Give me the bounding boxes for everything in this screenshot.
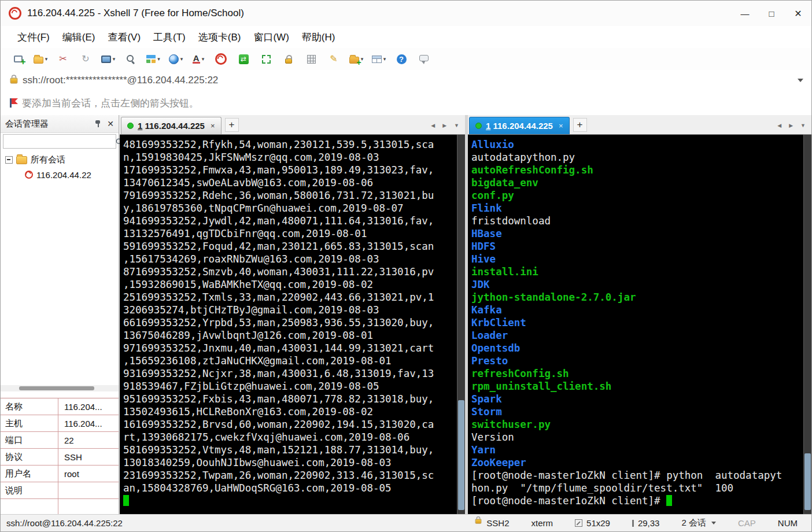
xftp-icon[interactable]: ⇄ [234,50,253,68]
terminal-size-label: 51x29 [586,518,610,528]
help-icon[interactable]: ? [392,50,411,68]
tab-scroll-left-icon[interactable]: ◀ [431,123,435,128]
pin-icon[interactable] [94,120,101,128]
tile-windows-icon[interactable]: ▾ [370,50,388,68]
right-terminal-scrollbar[interactable] [803,135,811,514]
help-icon: ? [397,54,407,64]
session-manager-panel: 会话管理器 ✕ 所有会话 116.204.44.22 [1,115,119,514]
new-layout-icon[interactable]: ▾ [144,50,163,68]
add-tab-button[interactable]: + [225,118,239,132]
address-lock-icon [10,77,18,83]
menu-item-0[interactable]: 文件(F) [11,26,56,48]
left-terminal-tab[interactable]: 1 116.204.44.225 × [121,117,222,134]
fullscreen-icon[interactable] [257,50,275,68]
left-terminal[interactable]: 481699353252,Rfykh,54,woman,230121,539.5… [120,135,457,514]
session-manager-title: 会话管理器 [5,119,49,130]
terminal-line: HDFS [471,240,800,253]
terminal-line: Version [471,431,800,444]
terminal-line: ,15659236108,ztJaNuCHKX@gmail.com,2019-0… [123,354,453,367]
keypad-icon[interactable] [302,50,320,68]
session-search-box[interactable] [3,134,116,149]
dropdown-caret-icon[interactable]: ▾ [202,56,205,62]
new-session-icon[interactable] [9,50,27,68]
keypad-icon [307,55,316,64]
property-value [58,482,119,498]
tree-node-session[interactable]: 116.204.44.22 [1,167,119,182]
new-layout-icon [146,55,156,63]
session-dialog-icon[interactable]: ▾ [99,50,117,68]
terminal-line: Flink [471,202,800,215]
right-terminal-tab[interactable]: 1 116.204.44.225 × [469,117,570,134]
address-bar[interactable]: ssh://root:****************@116.204.44.2… [1,70,811,91]
find-icon[interactable] [121,50,140,68]
xshell-logo-icon[interactable] [212,50,230,68]
right-terminal[interactable]: Alluxioautodatapython.pyautoRefreshConfi… [468,135,803,514]
ssh-lock-icon [475,519,482,523]
new-session-icon [14,56,23,62]
tab-scroll-right-icon[interactable]: ▶ [789,123,793,128]
xshell-logo-icon [215,53,227,65]
dropdown-caret-icon[interactable]: ▾ [180,56,183,62]
tab-number: 1 [486,121,490,131]
status-session-count[interactable]: 2 会话 [681,518,716,529]
terminal-line: autodatapython.py [471,151,800,164]
sidebar-horizontal-scrollbar[interactable] [1,385,119,391]
scrollbar-thumb[interactable] [458,400,464,510]
xftp-icon: ⇄ [239,54,249,64]
terminal-line: n,15919830425,JkFSNwMszr@qq.com,2019-08-… [123,151,453,164]
menu-item-2[interactable]: 查看(V) [101,26,147,48]
minimize-button[interactable]: — [732,1,758,26]
disconnect-icon[interactable]: ✂ [54,50,72,68]
left-terminal-scrollbar[interactable] [457,135,465,514]
reconnect-icon: ↻ [80,53,91,65]
property-row: 主机116.204... [1,415,119,432]
lock-icon[interactable] [279,50,298,68]
maximize-button[interactable]: □ [758,1,785,26]
tab-scroll-right-icon[interactable]: ▶ [442,123,446,128]
window-title: 116.204.44.225 - Xshell 7 (Free for Home… [27,8,732,19]
status-connection: ssh://root@116.204.44.225:22 [6,518,452,528]
session-dropdown-icon[interactable] [711,522,716,524]
tree-collapse-icon[interactable] [5,156,13,164]
tile-windows-icon [372,56,382,63]
tree-node-all-sessions[interactable]: 所有会话 [1,152,119,167]
tab-close-icon[interactable]: × [559,121,563,130]
tab-list-icon[interactable]: ▼ [800,123,806,128]
scrollbar-thumb[interactable] [804,453,811,510]
menu-item-4[interactable]: 选项卡(B) [192,26,248,48]
tree-node-label[interactable]: 所有会话 [31,154,65,165]
terminal-cursor-line [123,494,453,507]
menu-item-6[interactable]: 帮助(H) [296,26,342,48]
tab-close-icon[interactable]: × [211,121,215,130]
session-search-input[interactable] [3,137,115,146]
new-folder-icon[interactable]: ▾ [347,50,366,68]
tree-session-label[interactable]: 116.204.44.22 [36,170,91,180]
tab-list-icon[interactable]: ▼ [454,123,459,128]
feedback-icon[interactable] [415,50,433,68]
scrollbar-thumb[interactable] [19,386,94,390]
close-button[interactable]: ✕ [785,1,811,26]
menu-item-3[interactable]: 工具(T) [147,26,192,48]
terminal-cursor [666,495,672,506]
dropdown-caret-icon[interactable]: ▾ [157,56,160,62]
add-tab-button[interactable]: + [573,118,587,132]
panel-close-icon[interactable]: ✕ [107,119,114,128]
dropdown-caret-icon[interactable]: ▾ [45,56,48,62]
status-terminal-type[interactable]: xterm [532,518,553,528]
terminal-line: 918539467,FZjbLiGtzp@huawei.com,2019-08-… [123,380,453,393]
address-dropdown-icon[interactable] [798,79,803,82]
tab-scroll-left-icon[interactable]: ◀ [777,123,781,128]
dropdown-caret-icon[interactable]: ▾ [113,56,116,62]
open-session-icon[interactable]: ▾ [31,50,50,68]
menu-item-1[interactable]: 编辑(E) [56,26,102,48]
menu-item-5[interactable]: 窗口(W) [247,26,295,48]
highlight-icon[interactable]: ✎ [324,50,343,68]
reconnect-icon[interactable]: ↻ [76,50,95,68]
font-icon[interactable]: A▾ [189,50,208,68]
dropdown-caret-icon[interactable]: ▾ [383,56,386,62]
address-text[interactable]: ssh://root:****************@116.204.44.2… [23,75,798,86]
left-tab-bar: 1 116.204.44.225 × + ◀ ▶ ▼ [120,115,465,135]
terminal-line: HBase [471,227,800,240]
terminal-line: 971699353252,Jnxmu,40,man,430031,144.99,… [123,342,453,354]
web-browser-icon[interactable]: ▾ [167,50,185,68]
